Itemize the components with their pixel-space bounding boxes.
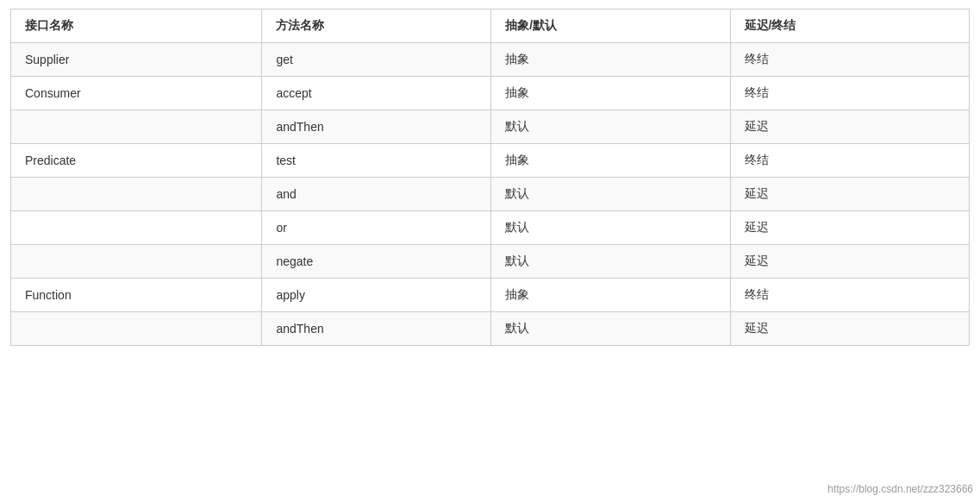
cell-4-1: and xyxy=(262,178,491,211)
col-header-interface: 接口名称 xyxy=(11,9,262,43)
cell-6-3: 延迟 xyxy=(730,245,969,279)
table-row: Predicatetest抽象终结 xyxy=(11,144,970,178)
cell-7-3: 终结 xyxy=(730,279,969,312)
watermark: https://blog.csdn.net/zzz323666 xyxy=(827,483,973,495)
table-header-row: 接口名称 方法名称 抽象/默认 延迟/终结 xyxy=(11,9,970,43)
col-header-delay: 延迟/终结 xyxy=(730,9,969,43)
table-row: and默认延迟 xyxy=(11,178,970,211)
cell-8-3: 延迟 xyxy=(730,312,969,346)
cell-2-2: 默认 xyxy=(491,110,730,144)
cell-2-1: andThen xyxy=(262,110,491,144)
col-header-method: 方法名称 xyxy=(262,9,491,43)
table-wrapper: 接口名称 方法名称 抽象/默认 延迟/终结 Supplierget抽象终结Con… xyxy=(0,0,980,363)
cell-5-1: or xyxy=(262,211,491,245)
cell-3-1: test xyxy=(262,144,491,178)
table-row: andThen默认延迟 xyxy=(11,110,970,144)
cell-0-0: Supplier xyxy=(11,43,262,77)
cell-4-2: 默认 xyxy=(491,178,730,211)
cell-3-2: 抽象 xyxy=(491,144,730,178)
cell-5-3: 延迟 xyxy=(730,211,969,245)
table-row: Functionapply抽象终结 xyxy=(11,279,970,312)
cell-7-1: apply xyxy=(262,279,491,312)
cell-5-2: 默认 xyxy=(491,211,730,245)
cell-7-2: 抽象 xyxy=(491,279,730,312)
cell-8-1: andThen xyxy=(262,312,491,346)
cell-5-0 xyxy=(11,211,262,245)
table-row: Supplierget抽象终结 xyxy=(11,43,970,77)
cell-7-0: Function xyxy=(11,279,262,312)
cell-3-0: Predicate xyxy=(11,144,262,178)
cell-4-0 xyxy=(11,178,262,211)
cell-2-3: 延迟 xyxy=(730,110,969,144)
cell-8-0 xyxy=(11,312,262,346)
cell-1-0: Consumer xyxy=(11,77,262,110)
cell-1-1: accept xyxy=(262,77,491,110)
table-row: or默认延迟 xyxy=(11,211,970,245)
cell-1-2: 抽象 xyxy=(491,77,730,110)
cell-6-1: negate xyxy=(262,245,491,279)
cell-8-2: 默认 xyxy=(491,312,730,346)
cell-6-2: 默认 xyxy=(491,245,730,279)
cell-6-0 xyxy=(11,245,262,279)
cell-4-3: 延迟 xyxy=(730,178,969,211)
table-row: negate默认延迟 xyxy=(11,245,970,279)
cell-1-3: 终结 xyxy=(730,77,969,110)
table-row: Consumeraccept抽象终结 xyxy=(11,77,970,110)
cell-0-3: 终结 xyxy=(730,43,969,77)
cell-0-1: get xyxy=(262,43,491,77)
cell-0-2: 抽象 xyxy=(491,43,730,77)
col-header-abstract: 抽象/默认 xyxy=(491,9,730,43)
table-row: andThen默认延迟 xyxy=(11,312,970,346)
cell-2-0 xyxy=(11,110,262,144)
main-table: 接口名称 方法名称 抽象/默认 延迟/终结 Supplierget抽象终结Con… xyxy=(10,9,970,346)
cell-3-3: 终结 xyxy=(730,144,969,178)
